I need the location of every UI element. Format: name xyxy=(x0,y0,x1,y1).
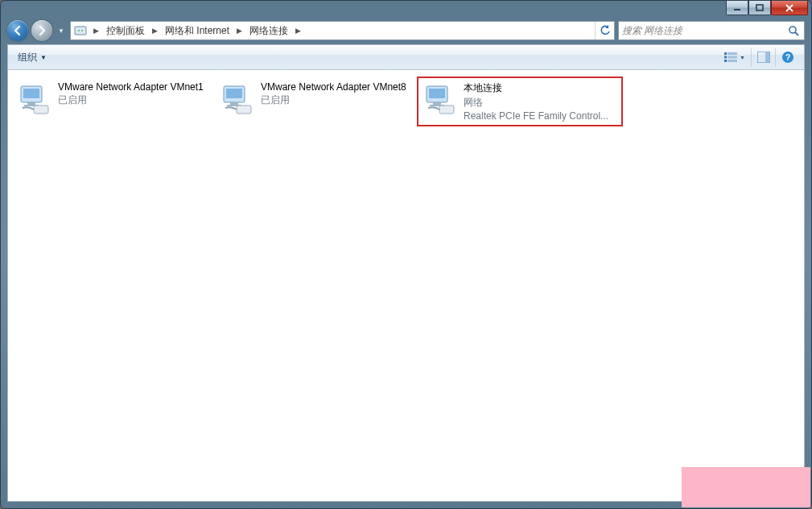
network-connection-item[interactable]: 本地连接 网络 Realtek PCIe FE Family Control..… xyxy=(418,78,621,125)
svg-rect-1 xyxy=(756,5,763,10)
toolbar: 组织 ▼ ▼ ? xyxy=(7,44,805,70)
svg-rect-27 xyxy=(429,89,445,98)
svg-rect-25 xyxy=(237,106,251,114)
svg-rect-7 xyxy=(728,52,737,55)
navigation-bar: ▼ ▶ 控制面板 ▶ 网络和 Internet ▶ 网络连接 ▶ 搜索 网络连接 xyxy=(7,17,805,44)
search-placeholder: 搜索 网络连接 xyxy=(619,24,783,38)
address-bar[interactable]: ▶ 控制面板 ▶ 网络和 Internet ▶ 网络连接 ▶ xyxy=(70,21,615,40)
view-button[interactable]: ▼ xyxy=(719,48,751,67)
svg-rect-17 xyxy=(23,89,39,98)
svg-point-4 xyxy=(81,30,83,31)
svg-rect-11 xyxy=(728,60,737,62)
back-button[interactable] xyxy=(7,20,28,41)
chevron-right-icon[interactable]: ▶ xyxy=(90,22,101,39)
search-icon xyxy=(783,25,804,36)
network-connection-item[interactable]: VMware Network Adapter VMnet8 已启用 xyxy=(216,78,418,125)
chevron-right-icon[interactable]: ▶ xyxy=(233,22,245,39)
item-status: 网络 xyxy=(464,96,608,110)
breadcrumb-item-control-panel[interactable]: 控制面板 xyxy=(101,22,149,39)
network-adapter-icon xyxy=(219,81,256,118)
chevron-down-icon: ▼ xyxy=(740,55,745,60)
item-title: VMware Network Adapter VMnet1 xyxy=(58,81,204,93)
help-button[interactable]: ? xyxy=(775,48,799,67)
item-status: 已启用 xyxy=(261,93,406,107)
item-title: 本地连接 xyxy=(464,81,608,95)
svg-rect-18 xyxy=(27,102,35,105)
svg-rect-10 xyxy=(724,60,727,62)
item-device: Realtek PCIe FE Family Control... xyxy=(464,110,608,122)
network-adapter-icon xyxy=(16,81,53,118)
items-view: VMware Network Adapter VMnet1 已启用 xyxy=(13,78,799,125)
svg-text:?: ? xyxy=(785,52,790,62)
svg-rect-20 xyxy=(34,106,48,114)
svg-rect-13 xyxy=(765,52,769,62)
svg-rect-8 xyxy=(724,56,727,59)
svg-point-3 xyxy=(78,30,80,31)
overlay-annotation xyxy=(682,467,810,507)
svg-rect-9 xyxy=(728,56,737,59)
preview-pane-button[interactable] xyxy=(751,48,775,67)
explorer-window: ▼ ▶ 控制面板 ▶ 网络和 Internet ▶ 网络连接 ▶ 搜索 网络连接 xyxy=(0,0,812,509)
chevron-right-icon[interactable]: ▶ xyxy=(149,22,160,39)
refresh-button[interactable] xyxy=(595,22,614,39)
chevron-down-icon: ▼ xyxy=(40,54,47,61)
breadcrumb-item-network-connections[interactable]: 网络连接 xyxy=(245,22,292,39)
network-adapter-icon xyxy=(422,81,459,118)
svg-point-5 xyxy=(789,27,796,33)
svg-rect-0 xyxy=(734,9,740,10)
item-title: VMware Network Adapter VMnet8 xyxy=(261,81,406,93)
breadcrumb-item-network-internet[interactable]: 网络和 Internet xyxy=(160,22,233,39)
organize-button[interactable]: 组织 ▼ xyxy=(8,51,55,64)
caption-buttons xyxy=(726,1,808,15)
minimize-button[interactable] xyxy=(726,1,748,15)
maximize-button[interactable] xyxy=(748,1,771,15)
svg-rect-28 xyxy=(433,102,441,105)
svg-rect-30 xyxy=(439,106,454,114)
content-area: VMware Network Adapter VMnet1 已启用 xyxy=(7,70,805,502)
svg-rect-23 xyxy=(230,102,238,105)
svg-rect-22 xyxy=(226,89,242,98)
close-button[interactable] xyxy=(771,1,808,15)
svg-rect-2 xyxy=(75,27,86,35)
forward-button[interactable] xyxy=(31,20,52,41)
control-panel-icon xyxy=(71,24,90,37)
titlebar xyxy=(1,1,811,17)
svg-rect-6 xyxy=(724,52,727,55)
item-status: 已启用 xyxy=(58,93,204,107)
network-connection-item[interactable]: VMware Network Adapter VMnet1 已启用 xyxy=(13,78,216,125)
chevron-right-icon[interactable]: ▶ xyxy=(292,22,303,39)
recent-pages-dropdown[interactable]: ▼ xyxy=(56,22,67,39)
search-input[interactable]: 搜索 网络连接 xyxy=(618,21,805,40)
